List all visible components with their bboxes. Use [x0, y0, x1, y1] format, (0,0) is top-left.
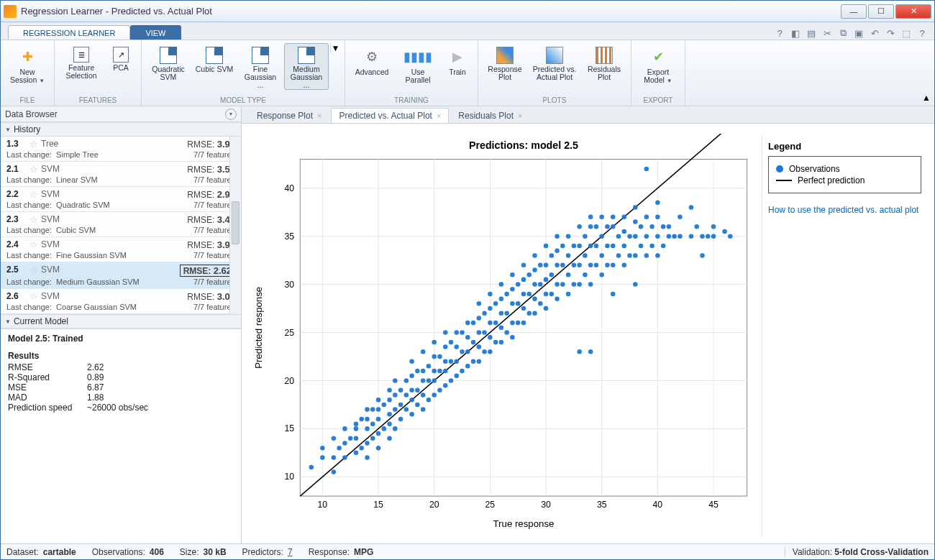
tab-view[interactable]: VIEW: [130, 25, 181, 40]
svg-point-43: [342, 441, 347, 446]
predicted-actual-icon: [546, 47, 563, 64]
maximize-button[interactable]: ☐: [868, 4, 894, 19]
svg-point-71: [387, 388, 392, 393]
minimize-button[interactable]: —: [841, 4, 867, 19]
svg-point-122: [465, 349, 470, 354]
close-tab-icon[interactable]: ×: [518, 111, 522, 120]
svg-point-118: [460, 369, 465, 374]
use-parallel-button[interactable]: ▮▮▮▮ Use Parallel: [396, 43, 440, 85]
svg-text:15: 15: [285, 423, 295, 433]
residuals-plot-button[interactable]: Residuals Plot: [582, 43, 626, 82]
star-icon[interactable]: ☆: [29, 189, 41, 200]
qat-help-icon[interactable]: ?: [916, 27, 929, 40]
history-item[interactable]: 2.1☆SVMRMSE: 3.51Last change: Linear SVM…: [1, 162, 241, 187]
close-button[interactable]: ✕: [895, 4, 931, 19]
advanced-button[interactable]: ⚙ Advanced: [350, 43, 394, 85]
qat-cut-icon[interactable]: ✂: [821, 27, 834, 40]
star-icon[interactable]: ☆: [29, 265, 41, 277]
svg-point-238: [633, 205, 638, 210]
svg-point-233: [627, 234, 632, 239]
body: Data Browser ▾ History 1.3☆TreeRMSE: 3.9…: [1, 106, 934, 543]
svg-point-166: [526, 292, 532, 297]
svg-point-82: [409, 412, 414, 417]
svg-point-242: [644, 234, 649, 239]
cubic-svm-button[interactable]: Cubic SVM: [192, 43, 237, 82]
fine-gaussian-svm-button[interactable]: Fine Gaussian ...: [238, 43, 283, 90]
svg-point-49: [354, 421, 359, 426]
qat-redo-icon[interactable]: ↷: [884, 27, 897, 40]
history-item[interactable]: 2.4☆SVMRMSE: 3.98Last change: Fine Gauss…: [1, 237, 241, 262]
response-plot-button[interactable]: Response Plot: [483, 43, 527, 82]
collapse-ribbon-button[interactable]: ▲: [918, 40, 934, 106]
svg-point-126: [471, 340, 476, 345]
history-item[interactable]: 2.2☆SVMRMSE: 2.99Last change: Quadratic …: [1, 187, 241, 212]
svg-point-143: [493, 301, 498, 306]
current-model-header[interactable]: Current Model: [1, 314, 241, 329]
qat-copy-icon[interactable]: ⧉: [836, 27, 849, 40]
svg-text:Predicted response: Predicted response: [253, 287, 264, 369]
train-button[interactable]: ▶ Train: [442, 43, 473, 85]
svg-point-95: [427, 398, 432, 403]
history-scrollbar[interactable]: [229, 137, 241, 314]
document-tab[interactable]: Response Plot×: [249, 108, 329, 123]
svg-point-35: [309, 465, 314, 470]
qat-dock-icon[interactable]: ⬚: [900, 27, 913, 40]
svm-icon: [160, 47, 177, 64]
history-section: 1.3☆TreeRMSE: 3.93Last change: Simple Tr…: [1, 137, 241, 314]
svg-point-150: [504, 311, 509, 316]
pca-button[interactable]: ↗ PCA: [105, 43, 137, 81]
history-header[interactable]: History: [1, 122, 241, 137]
svg-point-146: [499, 311, 504, 316]
star-icon[interactable]: ☆: [29, 214, 41, 225]
history-item[interactable]: 2.5☆SVMRMSE: 2.62Last change: Medium Gau…: [1, 262, 241, 289]
svg-point-106: [443, 383, 448, 388]
svg-point-160: [521, 321, 526, 326]
svg-point-81: [404, 378, 409, 383]
star-icon[interactable]: ☆: [29, 139, 41, 150]
svg-point-40: [332, 436, 337, 441]
status-response: MPG: [354, 547, 373, 557]
svm-icon: [298, 47, 315, 64]
new-session-button[interactable]: ✚ NewSession ▼: [5, 43, 50, 85]
document-tab[interactable]: Residuals Plot×: [450, 108, 530, 123]
svg-point-250: [655, 201, 660, 206]
feature-selection-button[interactable]: ☰ Feature Selection: [59, 43, 104, 81]
qat-save-icon[interactable]: ▤: [805, 27, 818, 40]
svg-point-112: [449, 359, 454, 364]
export-model-button[interactable]: ✔ ExportModel ▼: [636, 43, 680, 85]
svg-point-266: [722, 229, 727, 234]
svg-point-108: [443, 359, 448, 364]
close-tab-icon[interactable]: ×: [317, 111, 321, 120]
svg-point-134: [482, 330, 487, 335]
star-icon[interactable]: ☆: [29, 239, 41, 250]
panel-menu-icon[interactable]: ▾: [225, 109, 237, 120]
status-predictors-link[interactable]: 7: [288, 547, 293, 557]
history-item[interactable]: 1.3☆TreeRMSE: 3.93Last change: Simple Tr…: [1, 137, 241, 162]
svg-point-64: [376, 398, 381, 403]
svg-point-257: [678, 215, 683, 220]
model-type-dropdown[interactable]: ▼: [330, 43, 340, 53]
history-item[interactable]: 2.3☆SVMRMSE: 3.43Last change: Cubic SVM7…: [1, 212, 241, 237]
medium-gaussian-svm-button[interactable]: Medium Gaussian ...: [284, 43, 329, 90]
svg-text:40: 40: [653, 500, 663, 510]
svg-point-261: [700, 253, 705, 258]
quadratic-svm-button[interactable]: Quadratic SVM: [146, 43, 191, 82]
close-tab-icon[interactable]: ×: [437, 111, 441, 120]
qat-paste-icon[interactable]: ▣: [852, 27, 865, 40]
document-tab[interactable]: Predicted vs. Actual Plot×: [331, 108, 449, 123]
star-icon[interactable]: ☆: [29, 164, 41, 175]
predicted-vs-actual-plot-button[interactable]: Predicted vs. Actual Plot: [529, 43, 580, 82]
svg-point-181: [549, 292, 555, 297]
svg-point-159: [516, 282, 521, 287]
svg-point-216: [599, 234, 604, 239]
help-icon[interactable]: ?: [773, 27, 786, 40]
svg-point-197: [572, 263, 577, 268]
help-link[interactable]: How to use the predicted vs. actual plot: [768, 205, 921, 216]
history-item[interactable]: 2.6☆SVMRMSE: 3.03Last change: Coarse Gau…: [1, 289, 241, 314]
qat-undo-icon[interactable]: ↶: [868, 27, 881, 40]
star-icon[interactable]: ☆: [29, 291, 41, 302]
qat-icon-1[interactable]: ◧: [789, 27, 802, 40]
svg-point-138: [488, 321, 493, 326]
tab-regression-learner[interactable]: REGRESSION LEARNER: [8, 25, 130, 40]
svg-point-226: [616, 253, 621, 258]
